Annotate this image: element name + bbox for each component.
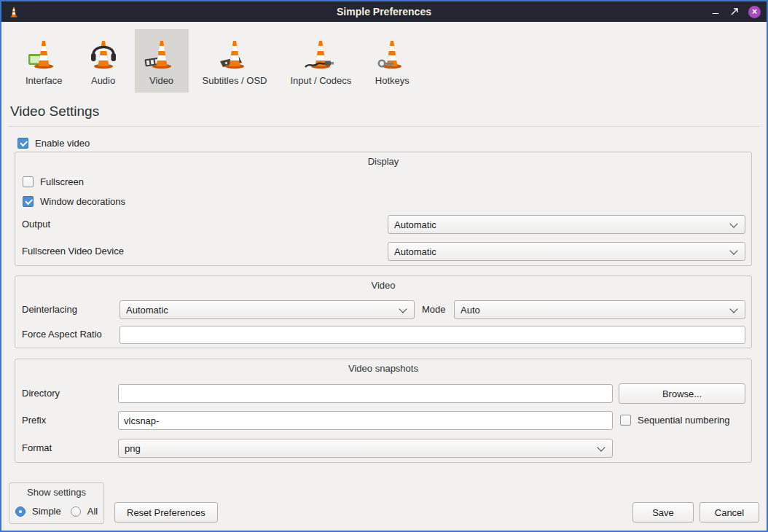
display-group-title: Display (15, 156, 751, 167)
format-select[interactable]: png (118, 439, 613, 458)
radio-label: Simple (32, 506, 61, 517)
directory-label: Directory (22, 384, 60, 403)
deinterlacing-select-value: Automatic (126, 305, 168, 316)
mode-label: Mode (422, 300, 446, 319)
fullscreen-video-device-select-value: Automatic (394, 246, 436, 257)
radio-icon (15, 506, 26, 517)
checkbox-icon (620, 415, 631, 426)
show-settings-title: Show settings (9, 487, 103, 498)
chevron-down-icon (729, 305, 737, 313)
hotkeys-icon (375, 36, 410, 71)
all-radio[interactable]: All (71, 506, 98, 517)
chevron-down-icon (597, 443, 605, 451)
force-aspect-ratio-label: Force Aspect Ratio (22, 325, 102, 344)
tab-audio[interactable]: Audio (77, 29, 130, 93)
tab-subtitles-osd[interactable]: Subtitles / OSD (193, 29, 277, 93)
format-label: Format (22, 439, 52, 458)
minimize-button[interactable]: – (710, 7, 721, 17)
force-aspect-ratio-input[interactable] (119, 326, 745, 344)
window-title: Simple Preferences (1, 6, 767, 17)
show-settings-options: Simple All (15, 506, 102, 517)
prefix-input[interactable] (118, 411, 613, 430)
checkbox-label: Fullscreen (40, 176, 84, 187)
maximize-button[interactable] (729, 7, 740, 16)
window-controls: – × (710, 6, 761, 18)
browse-button[interactable]: Browse... (619, 383, 745, 404)
prefix-label: Prefix (22, 411, 46, 430)
fullscreen-video-device-select[interactable]: Automatic (388, 242, 745, 261)
video-snapshots-group: Video snapshots Directory Browse... Pref… (15, 359, 752, 463)
mode-select-value: Auto (461, 305, 480, 316)
tab-label: Subtitles / OSD (203, 75, 267, 86)
cancel-button[interactable]: Cancel (700, 502, 759, 523)
chevron-down-icon (729, 246, 737, 254)
fullscreen-checkbox[interactable]: Fullscreen (23, 176, 84, 187)
tab-input-codecs[interactable]: Input / Codecs (281, 29, 361, 93)
deinterlacing-select[interactable]: Automatic (119, 300, 415, 319)
checkbox-label: Sequential numbering (638, 415, 729, 426)
category-toolbar: Interface Audio (1, 22, 767, 93)
fullscreen-video-device-label: Fullscreen Video Device (22, 242, 124, 261)
deinterlacing-label: Deinterlacing (22, 300, 77, 319)
radio-label: All (87, 506, 98, 517)
minimize-icon: – (713, 7, 718, 17)
video-snapshots-group-title: Video snapshots (15, 363, 751, 374)
checkbox-label: Window decorations (40, 196, 125, 207)
chevron-down-icon (729, 219, 737, 227)
video-icon (144, 36, 179, 71)
save-button[interactable]: Save (632, 502, 694, 523)
tab-label: Hotkeys (375, 75, 410, 86)
maximize-icon (730, 7, 739, 16)
enable-video-checkbox[interactable]: Enable video (17, 138, 767, 149)
simple-radio[interactable]: Simple (15, 506, 61, 517)
tab-label: Video (149, 75, 173, 86)
input-codecs-icon (303, 36, 338, 71)
output-label: Output (22, 215, 50, 234)
checkbox-icon (23, 176, 34, 187)
checkbox-label: Enable video (35, 138, 90, 149)
vlc-logo-icon (7, 5, 20, 18)
checkbox-icon (23, 196, 34, 207)
mode-select[interactable]: Auto (454, 300, 745, 319)
tab-label: Interface (26, 75, 63, 86)
interface-icon (26, 36, 61, 71)
checkbox-icon (17, 138, 28, 149)
tab-video[interactable]: Video (135, 29, 189, 93)
video-group: Video Deinterlacing Automatic Mode Auto … (15, 275, 752, 348)
subtitles-osd-icon (217, 36, 252, 71)
video-group-title: Video (15, 280, 751, 291)
output-select[interactable]: Automatic (388, 215, 745, 234)
tab-hotkeys[interactable]: Hotkeys (365, 29, 419, 93)
output-select-value: Automatic (394, 219, 436, 230)
tab-interface[interactable]: Interface (16, 29, 72, 93)
show-settings-group: Show settings Simple All (9, 482, 104, 524)
audio-icon (86, 36, 121, 71)
close-icon: × (748, 6, 761, 18)
preferences-window: Simple Preferences – × Interface (0, 0, 768, 532)
directory-input[interactable] (118, 384, 613, 403)
radio-icon (71, 506, 81, 517)
chevron-down-icon (399, 305, 407, 313)
format-select-value: png (125, 443, 141, 454)
tab-label: Input / Codecs (290, 75, 351, 86)
divider (9, 126, 759, 127)
tab-label: Audio (91, 75, 115, 86)
page-title: Video Settings (10, 103, 767, 120)
display-group: Display Fullscreen Window decorations Ou… (15, 152, 752, 266)
window-decorations-checkbox[interactable]: Window decorations (23, 196, 125, 207)
close-button[interactable]: × (748, 6, 761, 18)
sequential-numbering-checkbox[interactable]: Sequential numbering (620, 415, 729, 426)
reset-preferences-button[interactable]: Reset Preferences (114, 502, 218, 523)
titlebar: Simple Preferences – × (1, 1, 767, 22)
